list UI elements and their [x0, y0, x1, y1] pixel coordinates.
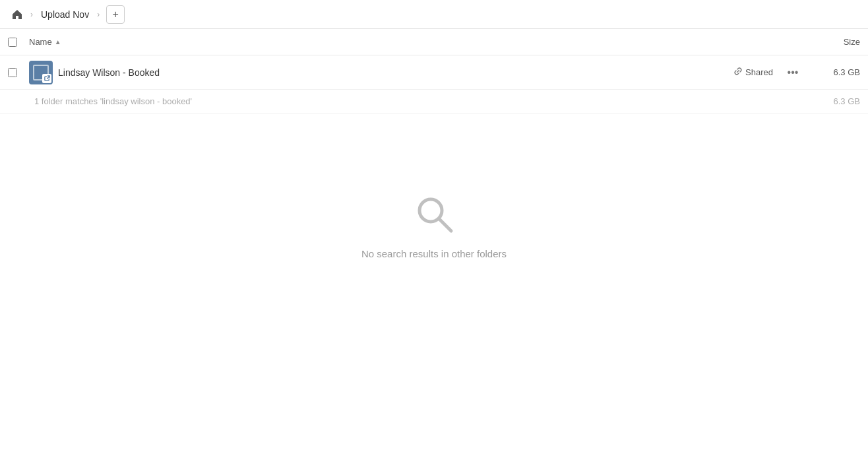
empty-state: No search results in other folders: [0, 113, 868, 299]
shared-label: Shared: [733, 67, 773, 78]
table-header: Name ▲ Size: [0, 29, 868, 55]
shared-text: Shared: [745, 67, 773, 77]
content-area: Name ▲ Size Lindsay Wilson - Booked: [0, 29, 868, 450]
file-name: Lindsay Wilson - Booked: [58, 67, 733, 78]
breadcrumb-item-upload-nov[interactable]: Upload Nov: [37, 8, 93, 21]
breadcrumb-bar: › Upload Nov › +: [0, 0, 868, 29]
breadcrumb-chevron-2: ›: [97, 10, 100, 19]
row-checkbox[interactable]: [8, 68, 17, 77]
folder-match-info: 1 folder matches 'lindsay wilson - booke…: [0, 90, 868, 113]
folder-match-size: 6.3 GB: [834, 96, 860, 106]
search-empty-icon: [413, 193, 455, 235]
file-size: 6.3 GB: [807, 67, 860, 77]
row-checkbox-col[interactable]: [8, 68, 29, 77]
link-icon: [733, 67, 743, 78]
folder-icon: [29, 61, 53, 84]
file-row[interactable]: Lindsay Wilson - Booked Shared ••• 6.3 G…: [0, 55, 868, 90]
svg-line-1: [439, 219, 451, 231]
empty-state-text: No search results in other folders: [361, 248, 507, 259]
select-all-checkbox-col[interactable]: [8, 38, 29, 47]
folder-icon-wrapper: [29, 61, 53, 84]
link-overlay-icon: [42, 74, 51, 83]
home-icon[interactable]: [8, 5, 26, 24]
breadcrumb-chevron-1: ›: [30, 10, 33, 19]
folder-match-text: 1 folder matches 'lindsay wilson - booke…: [34, 96, 192, 106]
select-all-checkbox[interactable]: [8, 38, 17, 47]
size-column-header: Size: [794, 37, 860, 47]
add-button[interactable]: +: [106, 5, 125, 24]
name-column-header[interactable]: Name ▲: [29, 37, 794, 47]
sort-arrow-icon: ▲: [55, 38, 61, 46]
more-options-button[interactable]: •••: [784, 63, 802, 82]
